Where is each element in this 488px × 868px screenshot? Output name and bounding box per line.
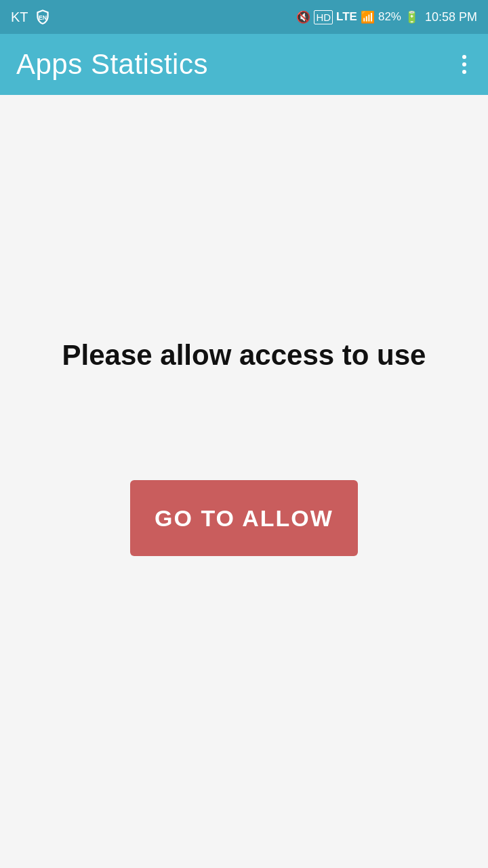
- status-bar-left: KT EN: [11, 8, 52, 26]
- status-bar: KT EN 🔇 HD LTE 📶 82% 🔋 10:58 PM: [0, 0, 488, 34]
- access-message: Please allow access to use: [62, 339, 426, 372]
- carrier-label: KT: [11, 9, 28, 25]
- app-bar: Apps Statistics: [0, 34, 488, 95]
- time-label: 10:58 PM: [425, 10, 477, 24]
- battery-icon: 🔋: [405, 10, 419, 24]
- main-content: Please allow access to use GO TO ALLOW: [0, 95, 488, 868]
- lte-label: LTE: [336, 10, 357, 24]
- dot-1: [462, 55, 466, 59]
- signal-icon: 📶: [361, 10, 375, 24]
- page-title: Apps Statistics: [16, 48, 208, 81]
- shield-icon: EN: [34, 8, 52, 26]
- go-to-allow-button[interactable]: GO TO ALLOW: [130, 480, 358, 556]
- battery-label: 82%: [378, 10, 401, 24]
- status-bar-right: 🔇 HD LTE 📶 82% 🔋 10:58 PM: [296, 10, 477, 24]
- more-options-button[interactable]: [457, 50, 472, 79]
- svg-text:EN: EN: [39, 14, 47, 21]
- mute-icon: 🔇: [296, 10, 310, 24]
- dot-2: [462, 62, 466, 66]
- hd-icon: HD: [314, 10, 333, 24]
- dot-3: [462, 70, 466, 74]
